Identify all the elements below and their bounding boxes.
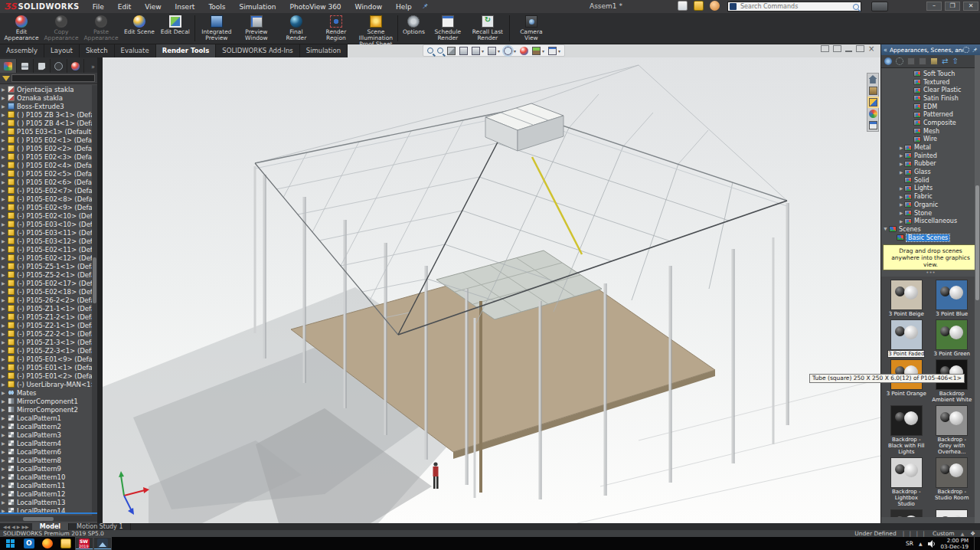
model-tab[interactable]: Motion Study 1	[69, 523, 131, 530]
feature-tree-item[interactable]: ▶ LocalPattern9	[0, 464, 92, 473]
options-icon[interactable]	[896, 57, 903, 65]
custom-properties-icon[interactable]	[869, 121, 877, 129]
appearances-tree-item[interactable]: ▶ Rubber	[881, 160, 980, 169]
speaker-icon[interactable]	[928, 540, 936, 548]
ribbon-button[interactable]	[397, 15, 398, 41]
feature-tree-item[interactable]: ▶ (-) P105-Z2-1<1> (Default<As Mach	[0, 321, 92, 329]
copy-icon[interactable]	[919, 57, 926, 65]
expand-arrow-icon[interactable]: ▶	[2, 356, 8, 362]
ribbon-button[interactable]: Copy Appearance	[41, 13, 81, 44]
expand-arrow-icon[interactable]: ▶	[2, 348, 8, 353]
feature-tree-item[interactable]: ▶ LocalPattern2	[0, 422, 92, 431]
feature-tree-item[interactable]: ▶ ( ) P105 E02<2> (Default<<Default>	[0, 144, 92, 152]
view-orientation-icon[interactable]	[472, 47, 480, 55]
expand-arrow-icon[interactable]: ▶	[2, 466, 8, 471]
expand-arrow-icon[interactable]: ▶	[898, 170, 904, 175]
unit-system-selector[interactable]: Custom	[933, 530, 955, 537]
command-tab[interactable]: Evaluate	[115, 44, 156, 57]
appearances-tab-icon[interactable]	[869, 98, 877, 106]
tab-propertymanager[interactable]	[17, 59, 34, 73]
chevron-down-icon[interactable]: ▾	[558, 48, 560, 54]
panel-splitter[interactable]	[97, 57, 103, 523]
scene-thumbnail[interactable]: 3 Point Beige	[886, 280, 927, 317]
menu-item[interactable]: Edit	[111, 2, 138, 12]
expand-arrow-icon[interactable]: ▶	[2, 499, 8, 505]
feature-tree-item[interactable]: ▶ LocalPattern3	[0, 431, 92, 439]
appearances-tree-item[interactable]: ▶ Composite	[881, 119, 980, 127]
appearances-tree-item[interactable]: ▶ Textured	[881, 78, 980, 87]
expand-arrow-icon[interactable]: ▶	[2, 95, 8, 100]
expand-arrow-icon[interactable]: ▶	[2, 474, 8, 480]
taskbar-app-button[interactable]	[20, 537, 38, 550]
ribbon-button[interactable]: Options	[400, 13, 428, 44]
pane-resize-handle[interactable]: •••	[881, 270, 980, 277]
expand-arrow-icon[interactable]: ▶	[2, 154, 8, 159]
doc-minimize-icon[interactable]	[845, 45, 852, 52]
hidden-icons-icon[interactable]: ▲	[919, 541, 923, 546]
zoom-area-icon[interactable]	[437, 47, 443, 54]
home-icon[interactable]	[869, 75, 877, 83]
feature-tree-item[interactable]: ▶ (-) P105-E02<18> (Default<<Default	[0, 287, 92, 296]
feature-tree-item[interactable]: ▶ ( ) P105 ZB 3<1> (Default<As Machi	[0, 110, 92, 119]
scrollbar-thumb[interactable]	[975, 185, 979, 300]
expand-arrow-icon[interactable]: ▶	[2, 137, 8, 142]
scene-thumb-image[interactable]	[936, 457, 968, 488]
expand-arrow-icon[interactable]: ▶	[2, 179, 8, 185]
ribbon-button[interactable]: Paste Appearance	[81, 13, 121, 44]
expand-arrow-icon[interactable]: ▶	[2, 213, 8, 218]
command-tab[interactable]: SOLIDWORKS Add-Ins	[216, 44, 299, 57]
ribbon-button[interactable]: Integrated Preview	[197, 13, 237, 44]
expand-arrow-icon[interactable]: ▶	[2, 196, 8, 201]
appearances-tree-item[interactable]: ▶ Satin Finish	[881, 94, 980, 103]
feature-tree-item[interactable]: ▶ (-) P105-E02<10> (Default<<Default	[0, 211, 92, 220]
feature-tree-item[interactable]: ▶ (-) P105-E01<9> (Default<<Default>	[0, 355, 92, 363]
pane-toggle-icon[interactable]: ❖	[970, 530, 975, 537]
taskbar-app-button[interactable]	[57, 537, 75, 550]
feature-tree-item[interactable]: ▶ (-) P105-E02<12> (Default<<Default	[0, 254, 92, 262]
new-window-icon[interactable]	[833, 45, 841, 52]
up-arrow-icon[interactable]: ⇧	[952, 57, 958, 65]
apply-scene-icon[interactable]	[532, 47, 541, 55]
tab-displaymanager[interactable]	[67, 59, 84, 73]
feature-tree-item[interactable]: ▶ (-) P105-Z1-2<1> (Default<As Mach	[0, 313, 92, 321]
hide-show-items-icon[interactable]	[504, 47, 512, 55]
feature-tree-item[interactable]: ▶ (-) UserLibrary-MAN<1> (Valor pred	[0, 380, 92, 388]
filter-input[interactable]	[11, 74, 95, 82]
expand-arrow-icon[interactable]: ▶	[898, 146, 904, 150]
ribbon-button[interactable]: Edit Scene	[121, 13, 158, 44]
expand-arrow-icon[interactable]: ▶	[2, 424, 8, 429]
taskbar-app-button[interactable]	[112, 537, 130, 550]
scrollbar-thumb[interactable]	[23, 517, 54, 521]
feature-tree-item[interactable]: ▶ (-) P105-Z2-3<1> (Default<As Mach	[0, 346, 92, 355]
feature-tree-item[interactable]: ▶ MirrorComponent1	[0, 397, 92, 405]
close-button[interactable]: ✕	[963, 2, 978, 11]
expand-arrow-icon[interactable]: ▶	[2, 230, 8, 235]
expand-arrow-icon[interactable]: ▶	[898, 186, 904, 191]
search-icon[interactable]	[853, 4, 859, 10]
menu-item[interactable]: Simulation	[233, 2, 283, 12]
maximize-button[interactable]: ❐	[945, 2, 960, 11]
appearances-tree-item[interactable]: ▶ EDM	[881, 103, 980, 111]
expand-arrow-icon[interactable]: ▶	[2, 146, 8, 151]
clock[interactable]: 2:00 PM 03-Dec-19	[941, 538, 969, 550]
command-tab[interactable]: Sketch	[80, 44, 115, 57]
graphics-viewport[interactable]	[103, 57, 880, 523]
feature-tree-item[interactable]: ▶ ( ) P105 E02<5> (Default<<Default>	[0, 169, 92, 178]
feature-tree-item[interactable]: ▶ LocalPattern1	[0, 414, 92, 422]
feature-tree-item[interactable]: ▶ (-) P105-Z5-2<1> (Default<As Mach	[0, 270, 92, 279]
scene-thumbnail[interactable]: Soft Box	[932, 509, 973, 517]
scene-thumb-image[interactable]	[936, 319, 968, 350]
appearances-tree-item[interactable]: ▶ Patterned	[881, 110, 980, 119]
expand-arrow-icon[interactable]: ▶	[2, 415, 8, 421]
taskbar-app-button[interactable]	[38, 537, 57, 550]
scene-thumbnail[interactable]: 3 Point Green	[932, 319, 973, 357]
ribbon-button[interactable]: Camera View	[511, 13, 551, 44]
appearances-tree-item[interactable]: ▶ Mesh	[881, 127, 980, 136]
tree-horizontal-scrollbar[interactable]	[0, 516, 97, 522]
panel-overflow-icon[interactable]: »	[91, 64, 97, 73]
view-settings-icon[interactable]	[548, 47, 557, 55]
expand-arrow-icon[interactable]: ▶	[2, 205, 8, 210]
menu-item[interactable]: Insert	[168, 2, 202, 12]
expand-arrow-icon[interactable]: ▶	[2, 331, 8, 336]
expand-arrow-icon[interactable]: ▶	[2, 171, 8, 176]
